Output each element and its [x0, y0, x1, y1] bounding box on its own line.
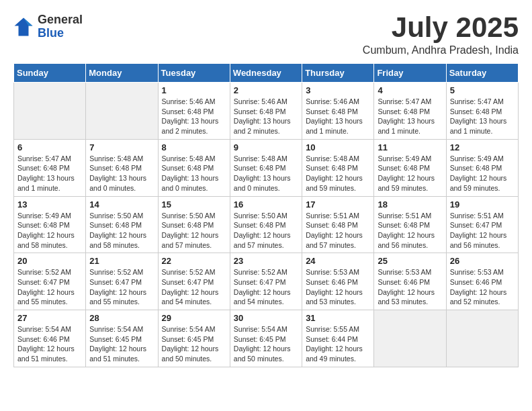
calendar-cell: 30Sunrise: 5:54 AM Sunset: 6:45 PM Dayli… [230, 310, 302, 367]
day-info: Sunrise: 5:48 AM Sunset: 6:48 PM Dayligh… [89, 154, 154, 193]
calendar-cell: 25Sunrise: 5:53 AM Sunset: 6:46 PM Dayli… [374, 253, 446, 310]
day-number: 2 [234, 85, 298, 95]
day-info: Sunrise: 5:49 AM Sunset: 6:48 PM Dayligh… [450, 154, 515, 193]
calendar-cell: 14Sunrise: 5:50 AM Sunset: 6:48 PM Dayli… [86, 196, 158, 253]
calendar-cell: 18Sunrise: 5:51 AM Sunset: 6:48 PM Dayli… [374, 196, 446, 253]
day-info: Sunrise: 5:52 AM Sunset: 6:47 PM Dayligh… [17, 267, 82, 307]
header-sunday: Sunday [14, 64, 86, 83]
calendar-header-row: SundayMondayTuesdayWednesdayThursdayFrid… [14, 64, 519, 83]
calendar-cell: 26Sunrise: 5:53 AM Sunset: 6:46 PM Dayli… [446, 253, 518, 310]
calendar-cell: 23Sunrise: 5:52 AM Sunset: 6:47 PM Dayli… [230, 253, 302, 310]
day-number: 18 [378, 199, 442, 210]
day-info: Sunrise: 5:52 AM Sunset: 6:47 PM Dayligh… [234, 267, 298, 307]
day-info: Sunrise: 5:47 AM Sunset: 6:48 PM Dayligh… [378, 97, 442, 136]
day-info: Sunrise: 5:50 AM Sunset: 6:48 PM Dayligh… [89, 211, 154, 250]
day-info: Sunrise: 5:55 AM Sunset: 6:44 PM Dayligh… [306, 324, 370, 364]
day-number: 9 [234, 142, 298, 152]
header-monday: Monday [86, 64, 158, 83]
day-number: 16 [234, 199, 298, 210]
calendar-cell: 4Sunrise: 5:47 AM Sunset: 6:48 PM Daylig… [374, 83, 446, 140]
logo-general-text: General [38, 13, 83, 27]
calendar-cell: 15Sunrise: 5:50 AM Sunset: 6:48 PM Dayli… [158, 196, 230, 253]
calendar-cell [446, 310, 518, 367]
header-friday: Friday [374, 64, 446, 83]
week-row-1: 1Sunrise: 5:46 AM Sunset: 6:48 PM Daylig… [14, 83, 519, 140]
day-info: Sunrise: 5:46 AM Sunset: 6:48 PM Dayligh… [306, 97, 370, 136]
calendar-cell: 17Sunrise: 5:51 AM Sunset: 6:48 PM Dayli… [302, 196, 374, 253]
day-number: 1 [162, 85, 226, 95]
week-row-4: 20Sunrise: 5:52 AM Sunset: 6:47 PM Dayli… [14, 253, 519, 310]
day-info: Sunrise: 5:52 AM Sunset: 6:47 PM Dayligh… [162, 267, 226, 307]
day-number: 24 [306, 256, 370, 266]
day-number: 3 [306, 85, 370, 95]
calendar-cell: 5Sunrise: 5:47 AM Sunset: 6:48 PM Daylig… [446, 83, 518, 140]
day-number: 14 [89, 199, 154, 210]
day-number: 20 [17, 256, 82, 266]
title-block: July 2025 Cumbum, Andhra Pradesh, India [363, 13, 519, 56]
day-info: Sunrise: 5:47 AM Sunset: 6:48 PM Dayligh… [450, 97, 515, 136]
day-info: Sunrise: 5:54 AM Sunset: 6:45 PM Dayligh… [162, 324, 226, 364]
day-number: 17 [306, 199, 370, 210]
calendar-cell: 2Sunrise: 5:46 AM Sunset: 6:48 PM Daylig… [230, 83, 302, 140]
day-info: Sunrise: 5:54 AM Sunset: 6:46 PM Dayligh… [17, 324, 82, 364]
calendar-cell: 9Sunrise: 5:48 AM Sunset: 6:48 PM Daylig… [230, 139, 302, 196]
calendar-cell: 12Sunrise: 5:49 AM Sunset: 6:48 PM Dayli… [446, 139, 518, 196]
day-number: 8 [162, 142, 226, 152]
day-info: Sunrise: 5:48 AM Sunset: 6:48 PM Dayligh… [306, 154, 370, 193]
day-info: Sunrise: 5:50 AM Sunset: 6:48 PM Dayligh… [162, 211, 226, 250]
logo-text: General Blue [38, 13, 83, 40]
month-title: July 2025 [363, 13, 519, 42]
day-info: Sunrise: 5:49 AM Sunset: 6:48 PM Dayligh… [17, 211, 82, 250]
page-header: General Blue July 2025 Cumbum, Andhra Pr… [13, 13, 519, 56]
day-number: 13 [17, 199, 82, 210]
day-info: Sunrise: 5:47 AM Sunset: 6:48 PM Dayligh… [17, 154, 82, 193]
calendar-cell: 7Sunrise: 5:48 AM Sunset: 6:48 PM Daylig… [86, 139, 158, 196]
day-number: 10 [306, 142, 370, 152]
calendar-cell: 1Sunrise: 5:46 AM Sunset: 6:48 PM Daylig… [158, 83, 230, 140]
day-info: Sunrise: 5:54 AM Sunset: 6:45 PM Dayligh… [234, 324, 298, 364]
calendar-cell: 22Sunrise: 5:52 AM Sunset: 6:47 PM Dayli… [158, 253, 230, 310]
day-info: Sunrise: 5:51 AM Sunset: 6:47 PM Dayligh… [450, 211, 515, 250]
calendar-cell: 13Sunrise: 5:49 AM Sunset: 6:48 PM Dayli… [14, 196, 86, 253]
day-number: 25 [378, 256, 442, 266]
day-info: Sunrise: 5:53 AM Sunset: 6:46 PM Dayligh… [306, 267, 370, 307]
day-number: 23 [234, 256, 298, 266]
header-wednesday: Wednesday [230, 64, 302, 83]
calendar-cell: 19Sunrise: 5:51 AM Sunset: 6:47 PM Dayli… [446, 196, 518, 253]
day-info: Sunrise: 5:46 AM Sunset: 6:48 PM Dayligh… [162, 97, 226, 136]
day-number: 12 [450, 142, 515, 152]
day-number: 6 [17, 142, 82, 152]
day-number: 22 [162, 256, 226, 266]
calendar-cell: 10Sunrise: 5:48 AM Sunset: 6:48 PM Dayli… [302, 139, 374, 196]
calendar-cell: 8Sunrise: 5:48 AM Sunset: 6:48 PM Daylig… [158, 139, 230, 196]
header-saturday: Saturday [446, 64, 518, 83]
week-row-3: 13Sunrise: 5:49 AM Sunset: 6:48 PM Dayli… [14, 196, 519, 253]
day-info: Sunrise: 5:53 AM Sunset: 6:46 PM Dayligh… [378, 267, 442, 307]
header-thursday: Thursday [302, 64, 374, 83]
week-row-2: 6Sunrise: 5:47 AM Sunset: 6:48 PM Daylig… [14, 139, 519, 196]
day-number: 7 [89, 142, 154, 152]
day-number: 11 [378, 142, 442, 152]
day-info: Sunrise: 5:46 AM Sunset: 6:48 PM Dayligh… [234, 97, 298, 136]
day-info: Sunrise: 5:54 AM Sunset: 6:45 PM Dayligh… [89, 324, 154, 364]
day-number: 31 [306, 313, 370, 323]
logo-blue-text: Blue [38, 27, 83, 40]
day-number: 5 [450, 85, 515, 95]
day-number: 27 [17, 313, 82, 323]
calendar-cell: 16Sunrise: 5:50 AM Sunset: 6:48 PM Dayli… [230, 196, 302, 253]
day-number: 28 [89, 313, 154, 323]
logo: General Blue [13, 13, 83, 40]
calendar-cell [86, 83, 158, 140]
day-number: 30 [234, 313, 298, 323]
header-tuesday: Tuesday [158, 64, 230, 83]
calendar-cell: 28Sunrise: 5:54 AM Sunset: 6:45 PM Dayli… [86, 310, 158, 367]
day-number: 21 [89, 256, 154, 266]
svg-marker-0 [15, 17, 33, 36]
calendar-cell: 31Sunrise: 5:55 AM Sunset: 6:44 PM Dayli… [302, 310, 374, 367]
day-info: Sunrise: 5:51 AM Sunset: 6:48 PM Dayligh… [378, 211, 442, 250]
calendar-cell: 24Sunrise: 5:53 AM Sunset: 6:46 PM Dayli… [302, 253, 374, 310]
calendar-cell [14, 83, 86, 140]
day-info: Sunrise: 5:48 AM Sunset: 6:48 PM Dayligh… [162, 154, 226, 193]
calendar-cell: 6Sunrise: 5:47 AM Sunset: 6:48 PM Daylig… [14, 139, 86, 196]
week-row-5: 27Sunrise: 5:54 AM Sunset: 6:46 PM Dayli… [14, 310, 519, 367]
